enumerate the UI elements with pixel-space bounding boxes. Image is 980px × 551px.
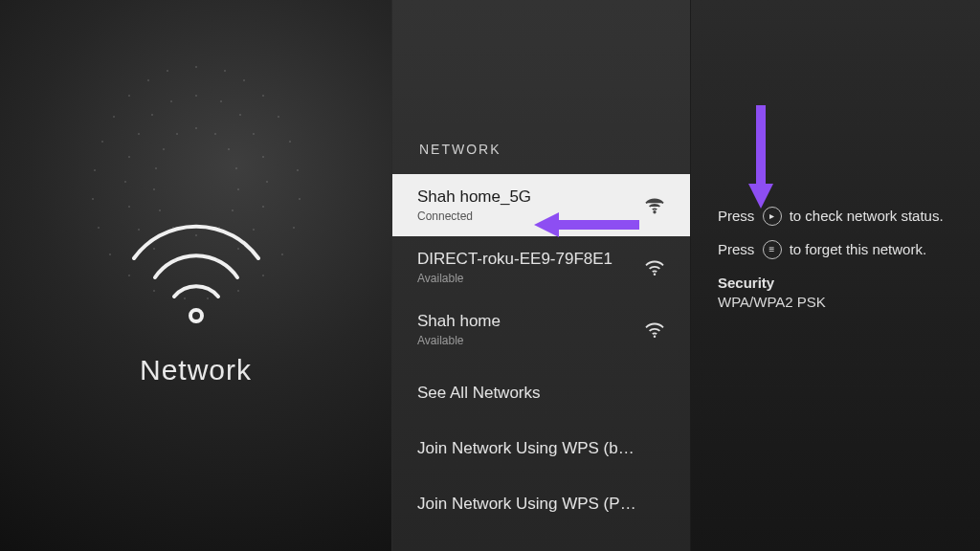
hint-text: to forget this network. bbox=[790, 241, 926, 257]
hint-text: Press bbox=[718, 241, 754, 257]
svg-point-14 bbox=[299, 198, 301, 200]
wifi-signal-icon bbox=[644, 197, 665, 214]
svg-point-18 bbox=[281, 253, 283, 255]
svg-point-1 bbox=[167, 70, 168, 72]
svg-point-58 bbox=[190, 310, 202, 321]
network-status: Available bbox=[417, 272, 612, 285]
network-name: DIRECT-roku-EE9-79F8E1 bbox=[417, 250, 612, 269]
svg-point-12 bbox=[297, 169, 299, 171]
svg-point-60 bbox=[654, 273, 657, 276]
svg-point-13 bbox=[92, 198, 94, 200]
network-item[interactable]: Shah homeAvailable bbox=[392, 298, 690, 361]
svg-point-15 bbox=[98, 227, 100, 229]
svg-point-30 bbox=[138, 133, 140, 135]
page-title: Network bbox=[140, 354, 252, 386]
network-name: Join Network Using WPS (PIN) bbox=[417, 495, 637, 514]
section-header: NETWORK bbox=[392, 0, 690, 174]
security-block: Security WPA/WPA2 PSK bbox=[718, 274, 947, 313]
svg-point-29 bbox=[239, 114, 241, 116]
svg-point-16 bbox=[293, 227, 295, 229]
hint-check-status: Press ▸ to check network status. bbox=[718, 207, 947, 227]
network-name: Join Network Using WPS (button) bbox=[417, 439, 637, 458]
svg-point-51 bbox=[153, 188, 155, 190]
network-list: Shah home_5GConnectedDIRECT-roku-EE9-79F… bbox=[392, 174, 690, 537]
svg-point-34 bbox=[124, 181, 126, 183]
play-pause-button-icon: ▸ bbox=[763, 207, 782, 226]
svg-point-2 bbox=[224, 70, 226, 72]
svg-point-26 bbox=[170, 100, 172, 102]
svg-point-7 bbox=[113, 116, 115, 118]
network-list-panel: NETWORK Shah home_5GConnectedDIRECT-roku… bbox=[392, 0, 691, 551]
svg-point-11 bbox=[94, 169, 96, 171]
svg-point-27 bbox=[220, 100, 222, 102]
svg-point-9 bbox=[101, 141, 103, 143]
svg-point-54 bbox=[232, 209, 234, 211]
security-label: Security bbox=[718, 274, 947, 293]
svg-point-36 bbox=[128, 206, 130, 208]
hint-text: to check network status. bbox=[790, 208, 944, 224]
svg-point-47 bbox=[163, 148, 165, 150]
network-item[interactable]: DIRECT-roku-EE9-79F8E1Available bbox=[392, 236, 690, 298]
svg-point-35 bbox=[266, 181, 268, 183]
svg-point-25 bbox=[195, 95, 197, 97]
svg-point-37 bbox=[262, 206, 264, 208]
svg-point-3 bbox=[147, 79, 149, 81]
network-action-item[interactable]: See All Networks bbox=[392, 370, 690, 416]
svg-point-10 bbox=[289, 141, 291, 143]
hint-forget-network: Press ≡ to forget this network. bbox=[718, 240, 947, 260]
network-action-item[interactable]: Join Network Using WPS (PIN) bbox=[392, 481, 690, 527]
svg-point-17 bbox=[109, 253, 111, 255]
svg-point-49 bbox=[155, 167, 157, 169]
svg-point-52 bbox=[237, 188, 239, 190]
network-item[interactable]: Shah home_5GConnected bbox=[392, 174, 690, 236]
network-name: Shah home_5G bbox=[417, 187, 531, 207]
svg-point-6 bbox=[262, 95, 264, 97]
svg-point-32 bbox=[128, 156, 130, 158]
svg-point-45 bbox=[176, 133, 178, 135]
wifi-signal-icon bbox=[644, 259, 665, 276]
hint-text: Press bbox=[718, 208, 754, 224]
svg-point-44 bbox=[195, 127, 197, 129]
svg-point-28 bbox=[151, 114, 153, 116]
svg-point-61 bbox=[654, 335, 657, 338]
network-name: See All Networks bbox=[417, 384, 541, 403]
wifi-icon bbox=[124, 222, 268, 327]
svg-point-50 bbox=[235, 167, 237, 169]
svg-point-0 bbox=[195, 66, 197, 68]
svg-point-48 bbox=[228, 148, 230, 150]
network-name: Shah home bbox=[417, 312, 501, 331]
network-action-item[interactable]: Join Network Using WPS (button) bbox=[392, 426, 690, 472]
menu-button-icon: ≡ bbox=[763, 240, 782, 259]
svg-point-46 bbox=[214, 133, 216, 135]
security-value: WPA/WPA2 PSK bbox=[718, 293, 947, 312]
network-status: Connected bbox=[417, 209, 531, 223]
network-status: Available bbox=[417, 334, 501, 347]
svg-point-59 bbox=[654, 210, 657, 213]
svg-point-4 bbox=[243, 79, 245, 81]
left-panel: Network bbox=[0, 0, 392, 551]
svg-point-53 bbox=[159, 209, 161, 211]
svg-point-5 bbox=[128, 95, 130, 97]
svg-point-31 bbox=[253, 133, 255, 135]
info-panel: Press ▸ to check network status. Press ≡… bbox=[691, 0, 980, 551]
svg-point-8 bbox=[278, 116, 279, 118]
svg-point-33 bbox=[262, 156, 264, 158]
wifi-signal-icon bbox=[644, 321, 665, 339]
